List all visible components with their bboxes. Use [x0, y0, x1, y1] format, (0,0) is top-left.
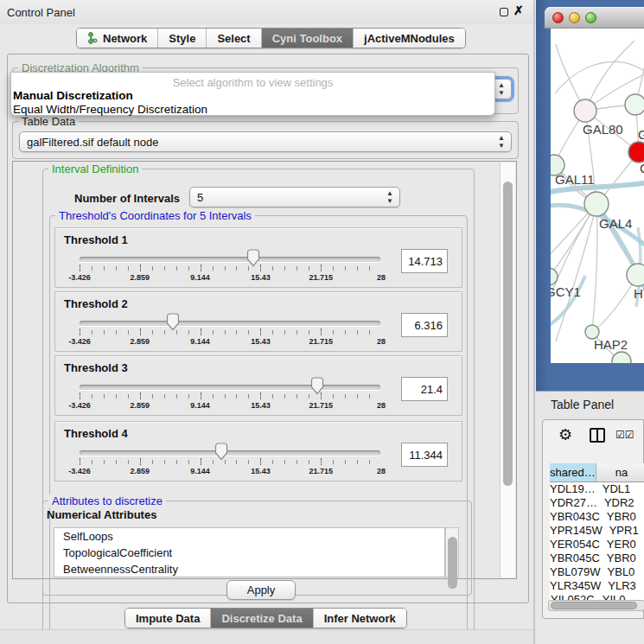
threshold-4-slider-thumb[interactable]	[214, 443, 228, 461]
attribute-item[interactable]: BetweennessCentrality	[54, 561, 444, 577]
network-node[interactable]	[574, 99, 596, 122]
network-node[interactable]	[584, 192, 609, 216]
zoom-traffic-light-icon[interactable]	[585, 12, 596, 23]
minimize-traffic-light-icon[interactable]	[569, 12, 580, 23]
table-header-row: shared… na	[550, 463, 644, 482]
vertical-scrollbar-thumb[interactable]	[503, 182, 513, 486]
horizontal-scrollbar-thumb[interactable]	[551, 602, 637, 609]
table-row[interactable]: YDL19…YDL1	[550, 482, 644, 496]
threshold-2-slider-thumb[interactable]	[166, 313, 180, 331]
table-panel-title: Table Panel	[551, 398, 614, 411]
vertical-scrollbar[interactable]	[500, 163, 515, 577]
network-node[interactable]	[628, 142, 644, 163]
table-row[interactable]: YDR27…YDR2	[550, 496, 644, 510]
cell-name[interactable]: YBR0	[600, 510, 644, 524]
apply-button[interactable]: Apply	[226, 580, 296, 600]
tab-select-label: Select	[217, 32, 250, 45]
table-data-group-label: Table Data	[18, 115, 79, 128]
algorithm-dropdown-popup: Select algorithm to view settings Manual…	[10, 72, 495, 116]
attributes-scrollbar[interactable]	[445, 527, 459, 577]
threshold-4-panel: Threshold 4 -3.4262.8599.14415.4321.7152…	[54, 421, 462, 481]
tab-infer-network[interactable]: Infer Network	[314, 609, 406, 628]
network-node[interactable]	[551, 268, 558, 285]
network-node[interactable]	[625, 94, 644, 115]
tick-labels: -3.4262.8599.14415.4321.71528	[80, 271, 381, 285]
gear-icon[interactable]: ⚙	[558, 425, 572, 444]
threshold-1-panel: Threshold 1 -3.4262.8599.14415.4321.7152…	[54, 227, 462, 288]
table-row[interactable]: YBR045CYBR0	[550, 552, 644, 565]
tab-network[interactable]: Network	[77, 29, 158, 48]
tick-label: 28	[377, 273, 386, 282]
cell-name[interactable]: YPR1	[603, 524, 644, 538]
combo-arrows-icon: ▲▼	[498, 81, 505, 97]
top-tab-bar: Network Style Select Cyni Toolbox jActiv…	[76, 28, 466, 48]
num-intervals-value: 5	[197, 191, 203, 204]
table-row[interactable]: YER054CYER0	[550, 538, 644, 552]
cell-shared-name[interactable]: YLR345W	[550, 579, 601, 593]
tick-label: 9.144	[190, 337, 210, 346]
dropdown-option-manual[interactable]: Manual Discretization	[13, 89, 133, 102]
tab-cyni-toolbox[interactable]: Cyni Toolbox	[262, 29, 354, 48]
threshold-1-slider[interactable]	[80, 257, 380, 262]
threshold-4-value-field[interactable]: 11.344	[401, 443, 448, 467]
horizontal-scrollbar[interactable]	[548, 600, 644, 611]
threshold-3-slider-thumb[interactable]	[310, 377, 324, 395]
close-traffic-light-icon[interactable]	[552, 12, 564, 23]
cell-shared-name[interactable]: YER054C	[550, 538, 600, 552]
tab-select[interactable]: Select	[207, 29, 261, 48]
split-columns-icon[interactable]	[590, 428, 605, 443]
cell-name[interactable]: YLR3	[601, 579, 644, 593]
table-row[interactable]: YPR145WYPR1	[550, 524, 644, 538]
column-header-name[interactable]: na	[596, 463, 644, 481]
tick-label: 21.715	[309, 273, 333, 282]
float-window-icon[interactable]	[500, 8, 508, 16]
network-node-label: HAP2	[594, 337, 628, 352]
close-icon[interactable]: ✗	[513, 3, 524, 17]
table-row[interactable]: YBL079WYBL0	[550, 565, 644, 579]
cell-name[interactable]: YER0	[600, 538, 644, 552]
threshold-2-slider[interactable]	[80, 321, 380, 326]
threshold-3-slider[interactable]	[80, 385, 380, 390]
tick-label: -3.426	[68, 337, 91, 346]
tab-jactivemnodules[interactable]: jActiveMNodules	[354, 29, 465, 48]
network-window-titlebar[interactable]	[545, 7, 644, 29]
cell-name[interactable]: YBR0	[600, 552, 644, 565]
threshold-1-value-field[interactable]: 14.713	[401, 249, 448, 273]
network-icon	[87, 32, 99, 44]
cell-shared-name[interactable]: YPR145W	[550, 524, 603, 538]
attribute-item[interactable]: TopologicalCoefficient	[54, 545, 444, 561]
tick-label: 15.43	[251, 401, 271, 410]
tick-marks	[80, 460, 381, 464]
cell-shared-name[interactable]: YBR045C	[550, 552, 600, 565]
network-node[interactable]	[612, 352, 631, 363]
threshold-3-label: Threshold 3	[64, 361, 128, 374]
combo-arrows-icon: ▲▼	[498, 134, 505, 150]
network-node-label: C	[640, 161, 644, 175]
tab-impute-data[interactable]: Impute Data	[125, 609, 211, 628]
cell-shared-name[interactable]: YDL19…	[550, 482, 596, 496]
network-node[interactable]	[627, 264, 644, 286]
attribute-item[interactable]: SelfLoops	[54, 528, 444, 545]
tab-discretize-data[interactable]: Discretize Data	[211, 609, 313, 628]
threshold-2-value-field[interactable]: 6.316	[401, 313, 448, 337]
attributes-scrollbar-thumb[interactable]	[448, 537, 457, 589]
table-data-combo[interactable]: galFiltered.sif default node ▲▼	[19, 131, 512, 152]
cell-name[interactable]: YDL1	[596, 482, 644, 496]
table-row[interactable]: YBR043CYBR0	[550, 510, 644, 524]
checkbox-icons[interactable]: ☑☑	[615, 429, 634, 441]
threshold-4-slider[interactable]	[80, 450, 380, 456]
cell-name[interactable]: YBL0	[601, 565, 644, 579]
cell-name[interactable]: YDR2	[597, 496, 644, 510]
tab-style[interactable]: Style	[158, 29, 207, 48]
threshold-1-slider-thumb[interactable]	[246, 249, 260, 267]
cell-shared-name[interactable]: YBL079W	[550, 565, 601, 579]
num-intervals-combo[interactable]: 5 ▲▼	[189, 187, 400, 207]
table-row[interactable]: YLR345WYLR3	[550, 579, 644, 593]
network-canvas[interactable]: GAL80GACGAL11GAL4GCY1HHAP2	[551, 29, 644, 363]
dropdown-option-equal-width[interactable]: Equal Width/Frequency Discretization	[13, 103, 207, 116]
threshold-3-value-field[interactable]: 21.4	[401, 377, 448, 401]
column-header-shared-name[interactable]: shared…	[550, 463, 596, 481]
attributes-group-label: Attributes to discretize	[48, 494, 166, 507]
cell-shared-name[interactable]: YBR043C	[550, 510, 600, 524]
cell-shared-name[interactable]: YDR27…	[550, 496, 597, 510]
